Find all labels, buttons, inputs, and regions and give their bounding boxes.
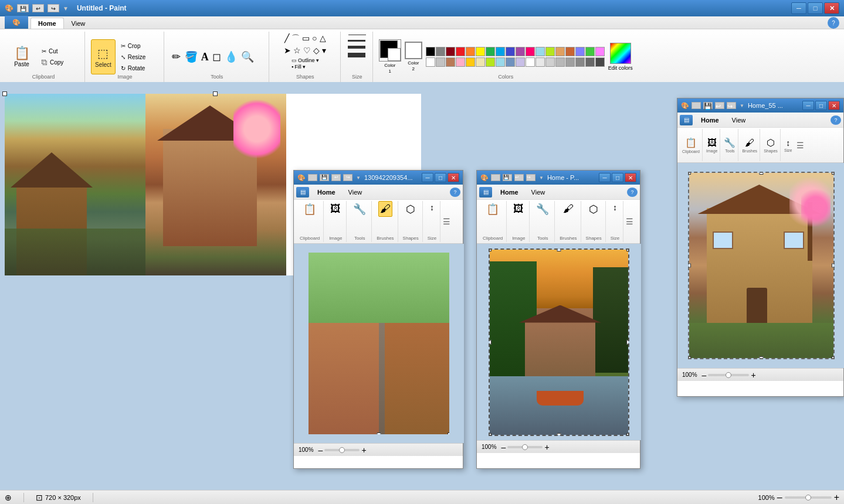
swatch-gray2[interactable] [545, 57, 555, 67]
float2-close[interactable]: ✕ [625, 173, 636, 182]
float2-handle-tm[interactable] [557, 248, 561, 251]
float3-handle-lm[interactable] [688, 264, 691, 268]
swatch-lightblue[interactable] [535, 47, 545, 56]
float3-handle-tl[interactable] [688, 172, 691, 175]
swatch-gray6[interactable] [585, 57, 595, 67]
float1-undo-btn[interactable]: ↩ [331, 174, 341, 181]
quick-redo-btn[interactable]: ↪ [48, 4, 59, 12]
float3-help[interactable]: ? [831, 115, 841, 125]
magnifier-button[interactable]: 🔍 [240, 49, 255, 64]
float2-menu-btn[interactable] [491, 174, 500, 181]
float3-tools-btn[interactable]: 🔧 [724, 137, 735, 148]
outline-button[interactable]: ▭ Outline ▾ [291, 57, 319, 63]
fill-dropdown-button[interactable]: ▪ Fill ▾ [291, 64, 319, 70]
float2-handle-bm[interactable] [557, 433, 561, 436]
help-button[interactable]: ? [828, 17, 839, 29]
swatch-gray[interactable] [436, 47, 445, 56]
float1-maximize[interactable]: □ [435, 173, 446, 182]
triangle-shape[interactable]: △ [319, 33, 327, 45]
swatch-yellow-green[interactable] [486, 57, 495, 67]
copy-button[interactable]: ⿻ Copy [39, 57, 80, 68]
float3-handle-tr[interactable] [832, 172, 835, 175]
resize-handle-bottom[interactable] [213, 91, 218, 96]
paint-menu-button[interactable]: 🎨 [5, 16, 28, 29]
swatch-brown[interactable] [565, 47, 575, 56]
swatch-w2[interactable] [526, 57, 535, 67]
tab-view[interactable]: View [64, 18, 93, 29]
star-shape[interactable]: ☆ [293, 45, 301, 56]
color-picker-button[interactable]: 💧 [223, 49, 239, 64]
float1-canvas-area[interactable] [294, 244, 464, 443]
float2-maximize[interactable]: □ [612, 173, 623, 182]
swatch-gray5[interactable] [575, 57, 585, 67]
float1-tools-btn[interactable]: 🔧 [351, 201, 368, 217]
select-button[interactable]: ⬚ Select [91, 39, 116, 74]
float1-zoom-track[interactable] [324, 449, 360, 451]
float3-size-btn[interactable]: ↕ [786, 138, 790, 148]
size-5px[interactable] [347, 45, 367, 50]
float1-shapes-btn[interactable]: ⬡ [404, 201, 417, 217]
float2-clipboard-btn[interactable]: 📋 [484, 201, 501, 217]
swatch-purple[interactable] [516, 47, 525, 56]
swatch-pink2[interactable] [526, 47, 535, 56]
float3-handle-br[interactable] [832, 356, 835, 359]
float1-tab-view[interactable]: View [344, 188, 367, 197]
swatch-violet[interactable] [595, 47, 605, 56]
line-shape[interactable]: ╱ [284, 33, 290, 45]
float1-brushes-btn[interactable]: 🖌 [378, 201, 392, 217]
main-zoom-track[interactable] [785, 496, 832, 499]
float3-close[interactable]: ✕ [828, 101, 840, 110]
float2-tools-btn[interactable]: 🔧 [534, 201, 551, 217]
swatch-gray4[interactable] [565, 57, 575, 67]
float1-paint-menu[interactable]: ▤ [296, 187, 309, 197]
float3-handle-tm[interactable] [759, 172, 763, 175]
eraser-button[interactable]: ◻ [211, 49, 222, 64]
float2-expand-btn[interactable]: ☰ [625, 217, 634, 226]
fill-button[interactable]: 🪣 [184, 49, 199, 64]
rotate-button[interactable]: ↻ Rotate [118, 63, 159, 73]
quick-undo-btn[interactable]: ↩ [32, 4, 44, 12]
float2-minimize[interactable]: ─ [599, 173, 611, 182]
swatch-gray7[interactable] [595, 57, 605, 67]
resize-handle-corner[interactable] [2, 91, 7, 96]
heart-shape[interactable]: ♡ [303, 45, 311, 56]
float3-redo-btn[interactable]: ↪ [727, 102, 736, 109]
float2-shapes-btn[interactable]: ⬡ [587, 201, 600, 217]
cut-button[interactable]: ✂ Cut [39, 46, 80, 57]
swatch-ltgray[interactable] [535, 57, 545, 67]
size-8px[interactable] [347, 52, 367, 59]
swatch-white[interactable] [426, 57, 435, 67]
float1-clipboard-btn[interactable]: 📋 [301, 201, 318, 217]
swatch-indigo[interactable] [506, 47, 515, 56]
maximize-button[interactable]: □ [808, 2, 823, 14]
swatch-limegreen[interactable] [585, 47, 595, 56]
main-zoom-in[interactable]: + [834, 492, 839, 503]
diamond-shape[interactable]: ◇ [313, 45, 320, 56]
float2-redo-btn[interactable]: ↪ [526, 174, 535, 181]
float1-handle-br[interactable] [448, 433, 449, 434]
swatch-gold[interactable] [466, 57, 475, 67]
swatch-lavender[interactable] [516, 57, 525, 67]
float2-save-btn[interactable]: 💾 [503, 174, 512, 181]
swatch-red[interactable] [456, 47, 465, 56]
float3-image-btn[interactable]: 🖼 [707, 138, 717, 148]
float2-handle-tr[interactable] [626, 248, 629, 251]
float1-size-btn[interactable]: ↕ [428, 201, 436, 214]
pencil-button[interactable]: ✏ [170, 49, 182, 65]
float3-handle-rm[interactable] [832, 264, 835, 268]
float3-menu-btn[interactable] [692, 102, 701, 109]
quick-save-btn[interactable]: 💾 [17, 4, 29, 12]
float2-zoom-in[interactable]: + [544, 442, 549, 452]
main-zoom-thumb[interactable] [805, 495, 811, 500]
resize-button[interactable]: ⤡ Resize [118, 52, 159, 62]
float1-redo-btn[interactable]: ↪ [343, 174, 352, 181]
more-shapes[interactable]: ▾ [321, 45, 327, 56]
swatch-darkred[interactable] [446, 47, 455, 56]
float2-handle-br[interactable] [626, 433, 629, 436]
float2-zoom-track[interactable] [507, 446, 543, 448]
float1-save-btn[interactable]: 💾 [320, 174, 329, 181]
float1-handle-bottom[interactable] [377, 433, 381, 434]
float1-help[interactable]: ? [450, 188, 460, 197]
float3-save-btn[interactable]: 💾 [703, 102, 713, 109]
swatch-skyblue[interactable] [496, 57, 505, 67]
